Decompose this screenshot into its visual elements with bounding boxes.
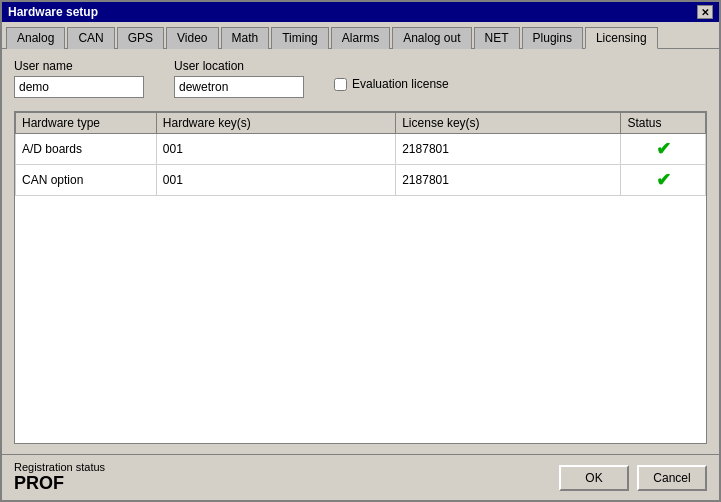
tab-licensing[interactable]: Licensing (585, 27, 658, 49)
cell-license-keys-0: 2187801 (396, 134, 621, 165)
status-check-icon-1: ✔ (627, 169, 699, 191)
cell-license-keys-1: 2187801 (396, 165, 621, 196)
cell-hardware-type-0: A/D boards (16, 134, 157, 165)
col-header-license-keys: License key(s) (396, 113, 621, 134)
col-header-status: Status (621, 113, 706, 134)
cell-status-0: ✔ (621, 134, 706, 165)
window-title: Hardware setup (8, 5, 98, 19)
cancel-button[interactable]: Cancel (637, 465, 707, 491)
registration-status-value: PROF (14, 473, 105, 494)
tab-gps[interactable]: GPS (117, 27, 164, 49)
user-name-label: User name (14, 59, 144, 73)
ok-button[interactable]: OK (559, 465, 629, 491)
license-table-container: Hardware type Hardware key(s) License ke… (14, 111, 707, 444)
tab-net[interactable]: NET (474, 27, 520, 49)
title-bar: Hardware setup ✕ (2, 2, 719, 22)
evaluation-license-checkbox[interactable] (334, 78, 347, 91)
status-check-icon-0: ✔ (627, 138, 699, 160)
tab-analog-out[interactable]: Analog out (392, 27, 471, 49)
registration-status-label: Registration status (14, 461, 105, 473)
evaluation-license-label: Evaluation license (352, 77, 449, 91)
table-header-row: Hardware type Hardware key(s) License ke… (16, 113, 706, 134)
user-name-input[interactable] (14, 76, 144, 98)
content-area: User name User location Evaluation licen… (2, 49, 719, 454)
tab-analog[interactable]: Analog (6, 27, 65, 49)
close-button[interactable]: ✕ (697, 5, 713, 19)
user-location-group: User location (174, 59, 304, 98)
bottom-buttons: OK Cancel (559, 465, 707, 491)
user-name-group: User name (14, 59, 144, 98)
table-row: A/D boards 001 2187801 ✔ (16, 134, 706, 165)
tab-alarms[interactable]: Alarms (331, 27, 390, 49)
tabs-container: Analog CAN GPS Video Math Timing Alarms … (2, 22, 719, 49)
tab-video[interactable]: Video (166, 27, 218, 49)
license-table: Hardware type Hardware key(s) License ke… (15, 112, 706, 196)
cell-hardware-keys-1: 001 (156, 165, 395, 196)
col-header-hardware-type: Hardware type (16, 113, 157, 134)
cell-hardware-type-1: CAN option (16, 165, 157, 196)
cell-status-1: ✔ (621, 165, 706, 196)
tab-plugins[interactable]: Plugins (522, 27, 583, 49)
registration-status: Registration status PROF (14, 461, 105, 494)
col-header-hardware-keys: Hardware key(s) (156, 113, 395, 134)
cell-hardware-keys-0: 001 (156, 134, 395, 165)
user-location-label: User location (174, 59, 304, 73)
tab-math[interactable]: Math (221, 27, 270, 49)
user-location-input[interactable] (174, 76, 304, 98)
hardware-setup-window: Hardware setup ✕ Analog CAN GPS Video Ma… (0, 0, 721, 502)
form-row: User name User location Evaluation licen… (14, 59, 707, 98)
evaluation-license-group: Evaluation license (334, 59, 449, 91)
tab-timing[interactable]: Timing (271, 27, 329, 49)
table-row: CAN option 001 2187801 ✔ (16, 165, 706, 196)
tab-can[interactable]: CAN (67, 27, 114, 49)
bottom-bar: Registration status PROF OK Cancel (2, 454, 719, 500)
